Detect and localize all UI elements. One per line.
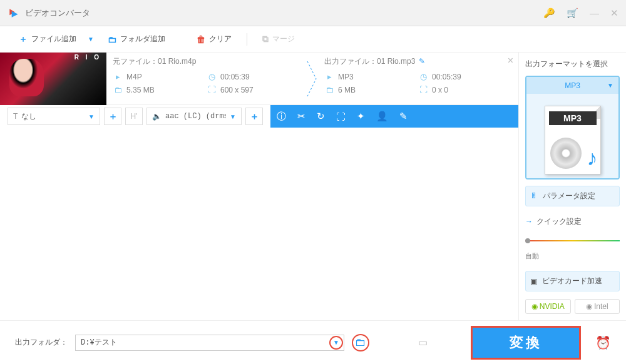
tool-strip: ⓘ ✂ ↻ ⛶ ✦ 👤 ✎: [270, 105, 518, 128]
chip-icon: ▣: [530, 277, 537, 286]
audio-select[interactable]: 🔈 aac (LC) (drms . ▼: [146, 108, 242, 125]
format-selector[interactable]: MP3▼ MP3 ♪: [525, 76, 620, 179]
minimize-button[interactable]: —: [590, 8, 599, 18]
arrow-divider: [303, 56, 322, 101]
add-file-button[interactable]: ＋ファイル追加: [15, 31, 80, 48]
merge-button: ⧉マージ: [259, 31, 299, 47]
queue-icon[interactable]: ▭: [418, 336, 428, 348]
file-list: 元ファイル：01 Rio.m4p ▸M4P 🗀5.35 MB ◷00:05:39…: [0, 53, 518, 320]
subtitle-tool-icon[interactable]: ✎: [399, 111, 408, 122]
sidebar: 出力フォーマットを選択 MP3▼ MP3 ♪ 🎚パラメータ設定 クイック設定 自…: [518, 53, 626, 320]
intel-icon: ◉: [586, 302, 592, 311]
quick-settings-label: クイック設定: [525, 216, 620, 227]
close-button[interactable]: ✕: [610, 8, 618, 19]
output-file-label: 出力ファイル：01 Rio.mp3✎: [324, 56, 512, 67]
text-icon: T: [13, 112, 18, 121]
dimensions-icon: ⛶: [418, 85, 428, 94]
app-logo-icon: [8, 7, 20, 19]
file-row[interactable]: 元ファイル：01 Rio.m4p ▸M4P 🗀5.35 MB ◷00:05:39…: [0, 53, 518, 105]
toolbar: ＋ファイル追加 ▼ 🗀フォルダ追加 🗑クリア ⧉マージ: [0, 26, 626, 53]
output-folder-label: 出力フォルダ：: [15, 337, 68, 348]
chevron-down-icon: ▼: [88, 113, 95, 120]
separator: [247, 33, 247, 46]
add-subtitle-button[interactable]: ＋: [104, 108, 121, 125]
thumbnail[interactable]: [0, 53, 106, 105]
speaker-icon: 🔈: [152, 112, 162, 121]
mp3-format-icon: MP3 ♪: [545, 106, 601, 174]
output-format: MP3: [338, 73, 354, 81]
clock-icon: ◷: [418, 72, 428, 81]
slider-value-label: 自動: [525, 251, 620, 261]
source-dimensions: 600 x 597: [220, 86, 254, 94]
effects-tool-icon[interactable]: ✦: [357, 111, 365, 122]
sliders-icon: 🎚: [530, 191, 538, 200]
cut-tool-icon[interactable]: ✂: [297, 111, 305, 122]
crop-tool-icon[interactable]: ⛶: [336, 111, 346, 122]
chevron-down-icon: ▼: [230, 113, 236, 120]
output-folder-input[interactable]: [75, 335, 344, 351]
source-file-label: 元ファイル：01 Rio.m4p: [113, 56, 300, 67]
browse-folder-button[interactable]: 🗀: [352, 334, 369, 351]
convert-button[interactable]: 変換: [473, 328, 579, 358]
edit-filename-button[interactable]: ✎: [419, 57, 425, 66]
add-audio-button[interactable]: ＋: [245, 108, 263, 125]
intel-chip[interactable]: ◉Intel: [575, 299, 620, 314]
remove-file-button[interactable]: ×: [508, 55, 513, 66]
alarm-icon[interactable]: ⏰: [595, 335, 611, 350]
key-icon[interactable]: 🔑: [543, 8, 555, 19]
chevron-down-icon: ▼: [607, 82, 613, 89]
rotate-tool-icon[interactable]: ↻: [317, 111, 325, 122]
source-duration: 00:05:39: [220, 73, 250, 81]
info-tool-icon[interactable]: ⓘ: [277, 111, 286, 123]
video-icon: ▸: [113, 72, 123, 81]
footer: 出力フォルダ： ▼ 🗀 ▭ 変換 ⏰: [0, 320, 626, 364]
folder-plus-icon: 🗀: [108, 34, 116, 44]
quality-slider[interactable]: [525, 238, 620, 243]
nvidia-icon: ◉: [531, 302, 538, 311]
source-size: 5.35 MB: [126, 86, 155, 94]
merge-icon: ⧉: [262, 34, 269, 44]
app-title: ビデオコンバータ: [25, 8, 543, 19]
titlebar: ビデオコンバータ 🔑 🛒 — ✕: [0, 0, 626, 26]
format-label: 出力フォーマットを選択: [525, 59, 620, 69]
nvidia-chip[interactable]: ◉NVIDIA: [525, 299, 571, 314]
parameter-settings-button[interactable]: 🎚パラメータ設定: [525, 186, 620, 206]
watermark-tool-icon[interactable]: 👤: [376, 111, 388, 122]
output-folder-input-wrap: ▼: [75, 335, 344, 351]
output-dimensions: 0 x 0: [432, 86, 448, 94]
video-icon: ▸: [324, 72, 334, 81]
clock-icon: ◷: [207, 72, 217, 81]
folder-icon: 🗀: [113, 85, 123, 94]
trash-icon: 🗑: [197, 34, 205, 44]
subtitle-select[interactable]: T なし ▼: [8, 108, 100, 125]
add-file-dropdown[interactable]: ▼: [88, 36, 94, 43]
add-folder-button[interactable]: 🗀フォルダ追加: [104, 31, 169, 47]
output-folder-dropdown[interactable]: ▼: [329, 336, 343, 350]
cart-icon[interactable]: 🛒: [567, 8, 578, 19]
clear-button[interactable]: 🗑クリア: [193, 31, 235, 47]
controls-row: T なし ▼ ＋ H' 🔈 aac (LC) (drms . ▼ ＋ ⓘ ✂ ↻…: [0, 105, 518, 128]
output-size: 6 MB: [338, 86, 356, 94]
source-format: M4P: [126, 73, 142, 81]
plus-icon: ＋: [19, 34, 28, 45]
output-duration: 00:05:39: [432, 73, 461, 81]
gpu-accel-button[interactable]: ▣ビデオカード加速: [525, 271, 620, 291]
dimensions-icon: ⛶: [207, 85, 217, 94]
folder-icon: 🗀: [324, 85, 334, 94]
h-button[interactable]: H': [125, 108, 143, 125]
